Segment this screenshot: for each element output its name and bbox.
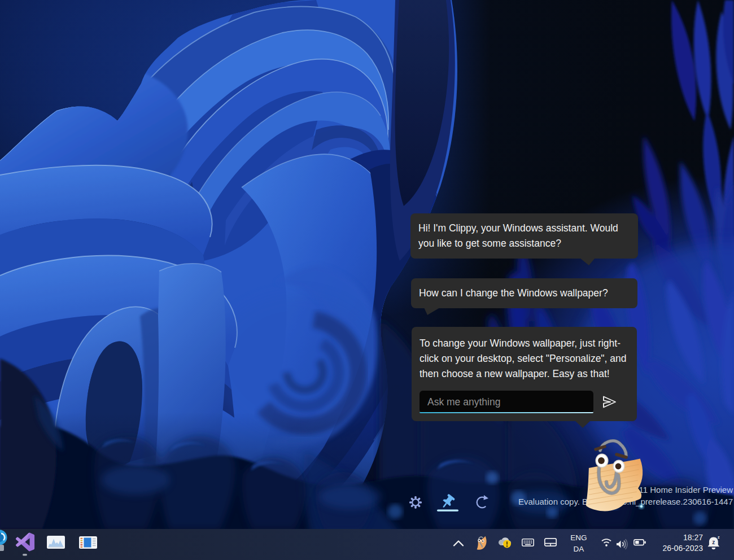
svg-text:DA: DA <box>574 545 584 553</box>
svg-text:26-06-2023: 26-06-2023 <box>662 544 703 553</box>
svg-text:18:27: 18:27 <box>683 533 703 542</box>
svg-text:z: z <box>718 535 720 539</box>
svg-text:z: z <box>712 539 715 545</box>
svg-text:ENG: ENG <box>570 533 587 542</box>
